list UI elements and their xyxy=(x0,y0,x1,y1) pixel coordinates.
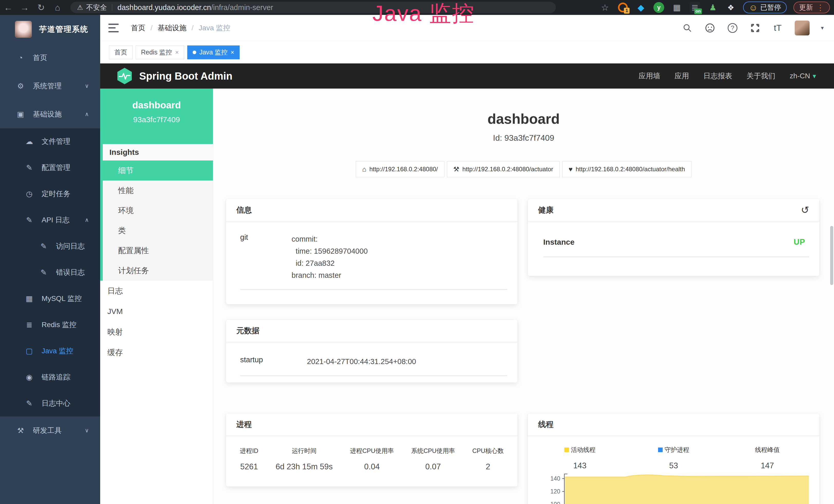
github-icon[interactable] xyxy=(704,22,716,33)
sidebar-item-trace[interactable]: ◉ 链路追踪 xyxy=(0,364,100,390)
sidebar-item-redis[interactable]: ≣ Redis 监控 xyxy=(0,312,100,338)
sba-language-select[interactable]: zh-CN ▾ xyxy=(790,72,816,80)
sba-item-configprops[interactable]: 配置属性 xyxy=(103,240,213,260)
breadcrumb-home[interactable]: 首页 xyxy=(131,23,146,33)
active-tab-dot xyxy=(193,51,196,54)
font-size-icon[interactable]: tT xyxy=(772,22,784,33)
sidebar-item-config[interactable]: ✎ 配置管理 xyxy=(0,155,100,181)
sidebar-item-job[interactable]: ◷ 定时任务 xyxy=(0,181,100,207)
extension-green-icon[interactable]: y xyxy=(653,2,664,13)
sba-app-id: 93a3fc7f7409 xyxy=(100,115,213,124)
sba-item-metrics[interactable]: 性能 xyxy=(103,181,213,201)
help-icon[interactable]: ? xyxy=(727,22,738,33)
extension-pin-icon[interactable]: ◆ xyxy=(635,2,646,13)
sba-nav-journal[interactable]: 日志报表 xyxy=(704,71,732,81)
sidebar-item-logcenter[interactable]: ✎ 日志中心 xyxy=(0,390,100,416)
sidebar-item-devtools[interactable]: ⚒ 研发工具 ∨ xyxy=(0,416,100,445)
sidebar-item-java[interactable]: ▢ Java 监控 xyxy=(0,338,100,364)
tab-home[interactable]: 首页 xyxy=(109,45,133,59)
sidebar-item-home[interactable]: ◔ 首页 xyxy=(0,44,100,72)
info-git-label: git xyxy=(240,233,291,281)
sba-item-scheduled-tasks[interactable]: 计划任务 xyxy=(103,260,213,281)
app-logo-row[interactable]: 芋道管理系统 xyxy=(0,15,100,44)
browser-home-icon[interactable]: ⌂ xyxy=(49,3,66,13)
sidebar-collapse-icon[interactable] xyxy=(108,24,119,32)
tab-java-active[interactable]: Java 监控 × xyxy=(187,45,240,59)
extensions-puzzle-icon[interactable]: ❖ xyxy=(725,2,737,13)
browser-reload-icon[interactable]: ↻ xyxy=(33,2,49,13)
stat-value: 2 xyxy=(473,462,504,472)
legend-value: 53 xyxy=(627,461,721,471)
sba-nav-about[interactable]: 关于我们 xyxy=(747,71,775,81)
extension-badge: 1 xyxy=(624,8,630,14)
not-secure-label[interactable]: 不安全 xyxy=(86,3,107,12)
sidebar-item-apilog[interactable]: ✎ API 日志 ∧ xyxy=(0,207,100,233)
address-divider xyxy=(112,4,112,11)
sba-item-caches[interactable]: 缓存 xyxy=(100,342,213,363)
history-icon[interactable]: ↺ xyxy=(801,204,809,216)
page-scrollbar-thumb[interactable] xyxy=(830,226,833,285)
actuator-url: http://192.168.0.2:48080/actuator xyxy=(462,166,553,173)
sba-item-mappings[interactable]: 映射 xyxy=(100,322,213,342)
sba-item-classes[interactable]: 类 xyxy=(103,221,213,240)
kebab-menu-icon[interactable]: ⋮ xyxy=(816,3,824,12)
sidebar-item-mysql[interactable]: ▦ MySQL 监控 xyxy=(0,285,100,312)
sidebar-item-errorlog[interactable]: ✎ 错误日志 xyxy=(0,259,100,285)
cloud-upload-icon: ☁ xyxy=(24,137,35,146)
bookmark-star-icon[interactable]: ☆ xyxy=(599,2,611,13)
extension-list-icon[interactable]: ≣ on xyxy=(689,2,700,13)
sidebar-item-accesslog[interactable]: ✎ 访问日志 xyxy=(0,233,100,259)
avatar[interactable] xyxy=(795,21,810,36)
process-uptime-col: 运行时间 6d 23h 15m 59s xyxy=(276,447,333,472)
extension-grid-icon[interactable]: ▦ xyxy=(671,2,682,13)
update-label: 更新 xyxy=(799,3,813,12)
sba-app-block[interactable]: dashboard 93a3fc7f7409 xyxy=(100,89,213,144)
url-domain[interactable]: dashboard.yudao.iocoder.cn xyxy=(117,3,211,12)
app-title: 芋道管理系统 xyxy=(39,24,88,35)
live-threads-col: 活动线程 143 xyxy=(533,446,627,471)
not-secure-warning-icon: ⚠ xyxy=(77,4,83,12)
database-grid-icon: ▦ xyxy=(24,294,35,303)
service-url-button[interactable]: ⌂ http://192.168.0.2:48080/ xyxy=(356,161,444,177)
sidebar-item-label: 链路追踪 xyxy=(42,372,70,382)
browser-forward-icon[interactable]: → xyxy=(17,3,33,13)
health-panel: 健康 ↺ Instance UP xyxy=(528,199,819,276)
sba-item-jvm[interactable]: JVM xyxy=(100,301,213,322)
browser-back-icon[interactable]: ← xyxy=(0,3,17,13)
fullscreen-icon[interactable] xyxy=(749,22,761,33)
sba-item-details[interactable]: 细节 xyxy=(103,160,213,181)
browser-actions: ☆ 1 ◆ y ▦ ≣ on ♟ ❖ ☺ 已暂停 更新 ⋮ xyxy=(599,2,834,13)
health-url-button[interactable]: ♥ http://192.168.0.2:48080/actuator/heal… xyxy=(562,161,692,177)
sidebar-item-file[interactable]: ☁ 文件管理 xyxy=(0,129,100,155)
info-panel-header: 信息 xyxy=(226,199,518,222)
sba-nav-wall[interactable]: 应用墙 xyxy=(639,71,660,81)
chrome-update-pill[interactable]: 更新 ⋮ xyxy=(793,2,830,13)
blue-pin-icon: ◆ xyxy=(637,2,644,13)
process-cpu-col: 进程CPU使用率 0.04 xyxy=(350,447,394,472)
sba-brand[interactable]: Spring Boot Admin xyxy=(117,67,233,85)
address-bar[interactable]: ⚠ 不安全 dashboard.yudao.iocoder.cn/infra/a… xyxy=(70,2,556,13)
actuator-url-button[interactable]: ⚒ http://192.168.0.2:48080/actuator xyxy=(447,161,560,177)
search-icon[interactable] xyxy=(682,22,693,33)
tab-close-icon[interactable]: × xyxy=(175,49,179,56)
peak-threads-col: 线程峰值 147 xyxy=(721,446,814,471)
sidebar-item-system[interactable]: ⚙ 系统管理 ∨ xyxy=(0,72,100,100)
extension-orange-icon[interactable]: 1 xyxy=(617,2,629,13)
tab-close-icon[interactable]: × xyxy=(231,49,234,56)
panel-title: 线程 xyxy=(538,419,553,430)
sidebar-item-label: 基础设施 xyxy=(33,109,62,119)
profile-paused-pill[interactable]: ☺ 已暂停 xyxy=(743,2,787,13)
health-instance-row[interactable]: Instance UP xyxy=(528,222,819,247)
sba-main-content: dashboard Id: 93a3fc7f7409 ⌂ http://192.… xyxy=(213,89,834,504)
sba-nav-applications[interactable]: 应用 xyxy=(675,71,689,81)
process-pid-col: 进程ID 5261 xyxy=(240,447,258,472)
breadcrumb-separator: / xyxy=(192,24,194,32)
sba-item-logfile[interactable]: 日志 xyxy=(100,281,213,301)
sba-item-environment[interactable]: 环境 xyxy=(103,201,213,221)
sidebar-item-infra[interactable]: ▣ 基础设施 ∧ xyxy=(0,100,100,129)
metadata-startup-row: startup 2021-04-27T00:44:31.254+08:00 xyxy=(226,342,518,368)
extension-leaf-icon[interactable]: ♟ xyxy=(707,2,719,13)
metadata-startup-label: startup xyxy=(240,356,307,368)
tab-redis[interactable]: Redis 监控 × xyxy=(136,45,184,59)
avatar-caret-icon[interactable]: ▾ xyxy=(821,25,824,31)
